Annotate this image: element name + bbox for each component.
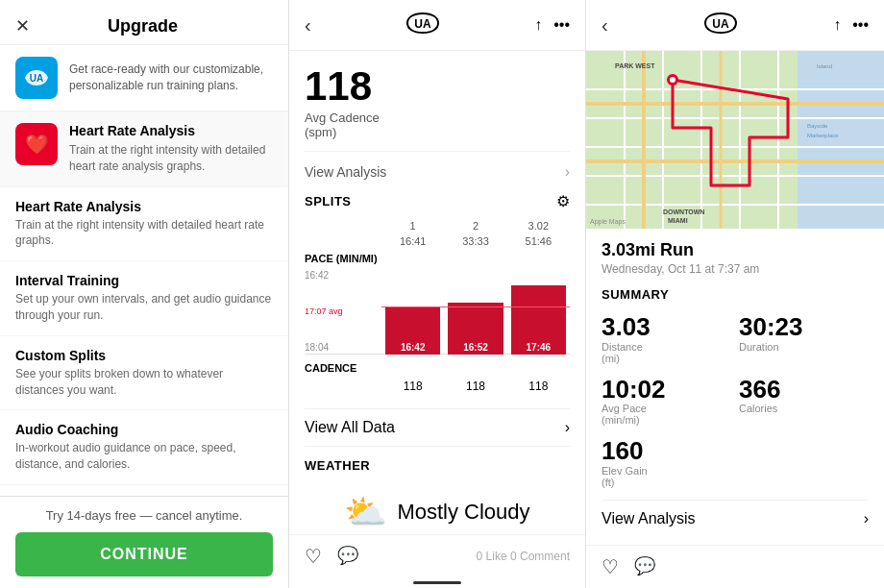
continue-button[interactable]: CONTINUE bbox=[15, 532, 273, 576]
cadence-unit2: (spm) bbox=[305, 125, 570, 139]
ua-header-logo: UA bbox=[405, 12, 440, 38]
summary-title: SUMMARY bbox=[602, 287, 869, 302]
cadence-val-1: 118 bbox=[381, 380, 444, 393]
heart-rate-icon: ❤️ bbox=[15, 123, 58, 165]
comment-icon-details[interactable]: 💬 bbox=[634, 555, 655, 578]
feature-interval-training: Interval Training Set up your own interv… bbox=[0, 261, 288, 336]
svg-text:Island: Island bbox=[817, 63, 832, 69]
view-all-label: View All Data bbox=[305, 419, 395, 436]
svg-text:UA: UA bbox=[30, 73, 43, 84]
view-analysis-bottom-label: View Analysis bbox=[602, 510, 696, 527]
cadence-value: 118 Avg Cadence (spm) bbox=[305, 66, 570, 139]
more-icon-details[interactable]: ••• bbox=[852, 16, 869, 34]
close-button[interactable]: ✕ bbox=[15, 15, 30, 37]
stat-duration: 30:23 Duration bbox=[739, 313, 869, 364]
chevron-right-icon: › bbox=[565, 163, 570, 181]
map-svg: PARK WEST DOWNTOWN MIAMI Bayside Marketp… bbox=[586, 51, 884, 229]
ua-logo: UA bbox=[15, 57, 58, 99]
upgrade-scroll: UA Get race-ready with our customizable,… bbox=[0, 45, 288, 496]
svg-point-22 bbox=[670, 77, 675, 83]
svg-text:UA: UA bbox=[414, 17, 431, 31]
cadence-section-label: CADENCE bbox=[305, 362, 570, 374]
stat-duration-label: Duration bbox=[739, 341, 869, 353]
comment-icon[interactable]: 💬 bbox=[337, 545, 358, 568]
weather-label: Mostly Cloudy bbox=[397, 500, 529, 525]
svg-text:PARK WEST: PARK WEST bbox=[615, 62, 655, 69]
trial-text: Try 14-days free — cancel anytime. bbox=[15, 508, 273, 523]
footer-counts: 0 Like 0 Comment bbox=[477, 550, 570, 563]
upgrade-header: ✕ Upgrade bbox=[0, 0, 288, 45]
bar-chart: 16:42 17:07 avg 18:04 16:42 16:52 1 bbox=[305, 268, 570, 355]
stats-scroll[interactable]: 118 Avg Cadence (spm) View Analysis › SP… bbox=[289, 51, 585, 534]
svg-text:Marketplace: Marketplace bbox=[807, 133, 839, 138]
weather-title: WEATHER bbox=[305, 458, 370, 473]
header-right: ↑ ••• bbox=[534, 16, 570, 34]
view-analysis-row[interactable]: View Analysis › bbox=[305, 151, 570, 192]
feature-name-2: Custom Splits bbox=[15, 348, 273, 363]
pace-label: PACE (MIN/MI) bbox=[305, 253, 570, 264]
back-icon[interactable]: ‹ bbox=[305, 14, 311, 37]
bar-col-2: 16:52 bbox=[444, 268, 506, 355]
weather-icon: ⛅ bbox=[344, 492, 387, 532]
featured-feature-name: Heart Rate Analysis bbox=[69, 123, 273, 138]
cadence-number: 118 bbox=[305, 66, 570, 107]
splits-col-3: 3.02 bbox=[507, 220, 570, 235]
cadence-row-empty bbox=[305, 380, 381, 393]
details-scroll[interactable]: 3.03mi Run Wednesday, Oct 11 at 7:37 am … bbox=[586, 229, 884, 545]
feature-heart-rate: Heart Rate Analysis Train at the right i… bbox=[0, 187, 288, 262]
svg-rect-6 bbox=[586, 51, 798, 229]
stat-pace-value: 10:02 bbox=[602, 376, 731, 404]
view-analysis-bottom[interactable]: View Analysis › bbox=[602, 500, 869, 537]
bar-1-label: 16:42 bbox=[401, 342, 426, 353]
stat-calories: 366 Calories bbox=[739, 376, 869, 427]
like-icon[interactable]: ♡ bbox=[305, 545, 322, 568]
home-indicator-bar bbox=[413, 581, 461, 584]
weather-content: ⛅ Mostly Cloudy bbox=[305, 482, 570, 534]
feature-name-3: Audio Coaching bbox=[15, 422, 273, 437]
gear-icon[interactable]: ⚙ bbox=[556, 192, 570, 210]
splits-time-empty bbox=[305, 235, 381, 247]
stats-header: ‹ UA ↑ ••• bbox=[289, 0, 585, 51]
share-icon[interactable]: ↑ bbox=[534, 16, 542, 34]
stat-distance-value: 3.03 bbox=[602, 313, 731, 341]
like-icon-details[interactable]: ♡ bbox=[602, 555, 619, 578]
cadence-val-2: 118 bbox=[444, 380, 506, 393]
splits-times: 16:41 33:33 51:46 bbox=[305, 235, 570, 247]
ua-header-logo-details: UA bbox=[703, 12, 738, 38]
ua-promo-header: UA Get race-ready with our customizable,… bbox=[0, 45, 288, 111]
bar-2: 16:52 bbox=[448, 303, 503, 355]
back-icon-details[interactable]: ‹ bbox=[602, 14, 608, 37]
feature-name-0: Heart Rate Analysis bbox=[15, 199, 273, 214]
share-icon-details[interactable]: ↑ bbox=[833, 16, 841, 34]
more-icon[interactable]: ••• bbox=[553, 16, 570, 34]
splits-col-1: 1 bbox=[381, 220, 444, 235]
view-analysis-chevron: › bbox=[864, 510, 869, 527]
svg-text:MIAMI: MIAMI bbox=[668, 217, 688, 224]
svg-text:DOWNTOWN: DOWNTOWN bbox=[663, 208, 704, 215]
run-stats-grid: 3.03 Distance(mi) 30:23 Duration 10:02 A… bbox=[602, 313, 869, 488]
splits-section: SPLITS ⚙ 1 2 3.02 16:41 33:33 51:46 PACE… bbox=[305, 192, 570, 393]
y-label-top: 16:42 bbox=[305, 270, 381, 281]
feature-plus: Plus... Power Analysis, Cadence Analysis… bbox=[0, 485, 288, 496]
feature-desc-0: Train at the right intensity with detail… bbox=[15, 217, 273, 250]
splits-col-headers: 1 2 3.02 bbox=[305, 220, 570, 235]
splits-header: SPLITS ⚙ bbox=[305, 192, 570, 210]
upgrade-title: Upgrade bbox=[30, 16, 256, 37]
splits-title: SPLITS bbox=[305, 194, 352, 208]
cadence-val-3: 118 bbox=[507, 380, 570, 393]
split-time-1: 16:41 bbox=[381, 235, 444, 247]
svg-text:Bayside: Bayside bbox=[807, 123, 828, 129]
upgrade-footer: Try 14-days free — cancel anytime. CONTI… bbox=[0, 496, 288, 588]
bar-3-label: 17:46 bbox=[527, 342, 552, 353]
stat-elev: 160 Elev Gain(ft) bbox=[602, 437, 731, 488]
stat-pace-label: Avg Pace(min/mi) bbox=[602, 403, 731, 426]
stat-calories-label: Calories bbox=[739, 403, 869, 414]
view-analysis-label: View Analysis bbox=[305, 164, 386, 180]
view-all-data-row[interactable]: View All Data › bbox=[305, 408, 570, 447]
featured-feature-text: Heart Rate Analysis Train at the right i… bbox=[69, 123, 273, 175]
stat-distance: 3.03 Distance(mi) bbox=[602, 313, 731, 364]
featured-feature: ❤️ Heart Rate Analysis Train at the righ… bbox=[0, 111, 288, 187]
run-title: 3.03mi Run bbox=[602, 240, 869, 260]
ua-logo-details: UA bbox=[703, 12, 738, 35]
ua-logo-icon: UA bbox=[23, 68, 50, 87]
